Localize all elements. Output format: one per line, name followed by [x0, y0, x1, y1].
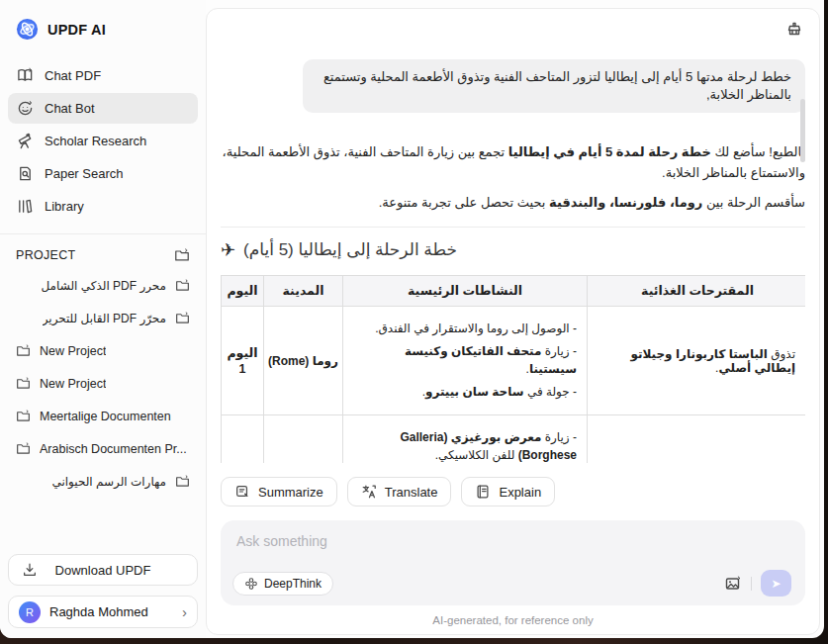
project-item-label: New Project	[40, 344, 106, 358]
summarize-label: Summarize	[258, 485, 323, 500]
download-label: Download UPDF	[55, 563, 151, 578]
project-item-label: Meertalige Documenten	[40, 410, 171, 423]
main-nav: Chat PDF Chat Bot Scholar Research Paper…	[0, 56, 206, 224]
translate-icon	[361, 484, 377, 500]
activities-cell: - الوصول إلى روما والاستقرار في الفندق. …	[343, 306, 588, 415]
quick-actions: Summarize Translate Explain	[221, 477, 805, 506]
clear-chat-button[interactable]	[783, 19, 805, 41]
project-title: PROJECT	[16, 248, 75, 262]
download-icon	[22, 562, 38, 578]
sidebar-item-chat-pdf[interactable]: Chat PDF	[8, 60, 198, 91]
deepthink-toggle[interactable]: DeepThink	[232, 572, 333, 596]
telescope-icon	[17, 133, 34, 149]
ai-paragraph: بالطبع! سأضع لك خطة رحلة لمدة 5 أيام في …	[221, 142, 805, 182]
food-cell: تذوق الباستا كاربونارا وجيلاتو إيطالي أص…	[588, 306, 806, 415]
column-header-city: المدينة	[264, 275, 343, 306]
toolbar-divider	[751, 577, 752, 591]
chevron-right-icon: ›	[182, 604, 187, 619]
translate-label: Translate	[385, 485, 438, 500]
explain-button[interactable]: Explain	[461, 477, 555, 506]
send-button[interactable]: ➤	[761, 570, 791, 597]
table-header-row: اليوم المدينة النشاطات الرئيسية المقترحا…	[222, 275, 806, 306]
column-header-food: المقترحات الغذائية	[588, 275, 806, 306]
folder-icon	[16, 441, 31, 456]
itinerary-table: اليوم المدينة النشاطات الرئيسية المقترحا…	[221, 275, 805, 463]
chat-bot-icon	[17, 100, 34, 117]
deepthink-icon	[244, 577, 258, 591]
sidebar: UPDF AI Chat PDF Chat Bot Scholar Resear…	[0, 0, 206, 638]
project-item[interactable]: Arabisch Documenten Pr...	[8, 432, 198, 465]
project-item-label: محرر PDF الذكي الشامل	[42, 279, 166, 293]
sidebar-item-label: Chat PDF	[45, 68, 101, 83]
project-item-label: محرّر PDF القابل للتحرير	[43, 312, 166, 325]
ai-disclaimer: AI-generated, for reference only	[221, 614, 805, 626]
updf-logo-icon	[16, 18, 39, 41]
folder-icon	[175, 278, 190, 293]
project-item[interactable]: محرّر PDF القابل للتحرير	[8, 302, 198, 334]
download-updf-button[interactable]: Download UPDF	[8, 554, 198, 586]
user-message-bubble: خطط لرحلة مدتها 5 أيام إلى إيطاليا لتزور…	[303, 59, 805, 113]
user-name: Raghda Mohmed	[49, 604, 173, 619]
send-icon: ➤	[771, 577, 781, 591]
sidebar-item-label: Paper Search	[45, 166, 124, 181]
project-item[interactable]: New Project	[8, 367, 198, 400]
food-cell: تناول بيتزا مارغريتا من مخبز محلي.	[588, 415, 806, 463]
sidebar-item-label: Scholar Research	[45, 134, 146, 148]
explain-label: Explain	[499, 485, 541, 500]
app-window: UPDF AI Chat PDF Chat Bot Scholar Resear…	[0, 0, 824, 638]
plan-heading: ✈ خطة الرحلة إلى إيطاليا (5 أيام)	[221, 239, 805, 261]
chat-pdf-icon	[17, 67, 34, 84]
sidebar-item-scholar-research[interactable]: Scholar Research	[8, 126, 198, 156]
column-header-day: اليوم	[222, 275, 264, 306]
folder-icon	[16, 376, 31, 391]
summarize-button[interactable]: Summarize	[221, 477, 337, 506]
input-toolbar: DeepThink ➤	[232, 570, 791, 597]
folder-icon	[16, 409, 31, 423]
ai-message: بالطبع! سأضع لك خطة رحلة لمدة 5 أيام في …	[221, 142, 805, 463]
table-row: اليوم 2 روما - زيارة معرض بورغيزي (Galle…	[222, 415, 806, 463]
brand-header: UPDF AI	[0, 0, 206, 56]
sidebar-item-paper-search[interactable]: Paper Search	[8, 158, 198, 189]
project-item-label: مهارات الرسم الحيواني	[51, 475, 166, 489]
summarize-icon	[234, 484, 250, 500]
table-row: اليوم 1 روما (Rome) - الوصول إلى روما وا…	[222, 306, 806, 415]
add-image-icon[interactable]	[724, 575, 742, 593]
folder-icon	[16, 343, 31, 358]
activities-cell: - زيارة معرض بورغيزي (Galleria Borghese)…	[343, 415, 588, 463]
day-cell: اليوم 2	[222, 415, 264, 463]
chat-input-placeholder[interactable]: Ask something	[236, 533, 789, 549]
scrollbar-thumb[interactable]	[800, 99, 805, 162]
user-account-button[interactable]: R Raghda Mohmed ›	[8, 596, 198, 628]
project-item[interactable]: Meertalige Documenten	[8, 400, 198, 432]
city-cell: روما	[264, 415, 343, 463]
avatar: R	[19, 601, 41, 623]
plan-title: خطة الرحلة إلى إيطاليا (5 أيام)	[243, 239, 457, 260]
section-divider	[221, 227, 805, 228]
chat-toolbar	[221, 19, 805, 44]
chat-input-container[interactable]: Ask something DeepThink ➤	[221, 520, 805, 605]
project-header: PROJECT	[0, 234, 206, 269]
project-item-label: Arabisch Documenten Pr...	[40, 442, 187, 456]
sidebar-item-library[interactable]: Library	[8, 191, 198, 222]
day-cell: اليوم 1	[222, 306, 264, 415]
user-message-row: خطط لرحلة مدتها 5 أيام إلى إيطاليا لتزور…	[221, 59, 805, 113]
folder-icon	[175, 311, 190, 325]
project-item-label: New Project	[40, 377, 106, 391]
chat-message-area[interactable]: خطط لرحلة مدتها 5 أيام إلى إيطاليا لتزور…	[221, 44, 805, 463]
project-list: محرر PDF الذكي الشامل محرّر PDF القابل ل…	[0, 269, 206, 498]
new-project-folder-icon[interactable]	[174, 247, 190, 263]
sidebar-item-chat-bot[interactable]: Chat Bot	[8, 93, 198, 124]
sidebar-item-label: Library	[45, 199, 84, 214]
translate-button[interactable]: Translate	[347, 477, 452, 506]
project-item[interactable]: مهارات الرسم الحيواني	[8, 465, 198, 498]
project-item[interactable]: New Project	[8, 334, 198, 367]
city-cell: روما (Rome)	[264, 306, 343, 415]
folder-icon	[175, 474, 190, 489]
deepthink-label: DeepThink	[264, 577, 322, 591]
explain-book-icon	[475, 484, 491, 500]
project-item[interactable]: محرر PDF الذكي الشامل	[8, 269, 198, 302]
chat-panel: خطط لرحلة مدتها 5 أيام إلى إيطاليا لتزور…	[206, 8, 820, 635]
clear-chat-broom-icon	[785, 21, 803, 39]
ai-paragraph: سأقسم الرحلة بين روما، فلورنسا، والبندقي…	[221, 193, 805, 213]
column-header-activities: النشاطات الرئيسية	[343, 275, 588, 306]
